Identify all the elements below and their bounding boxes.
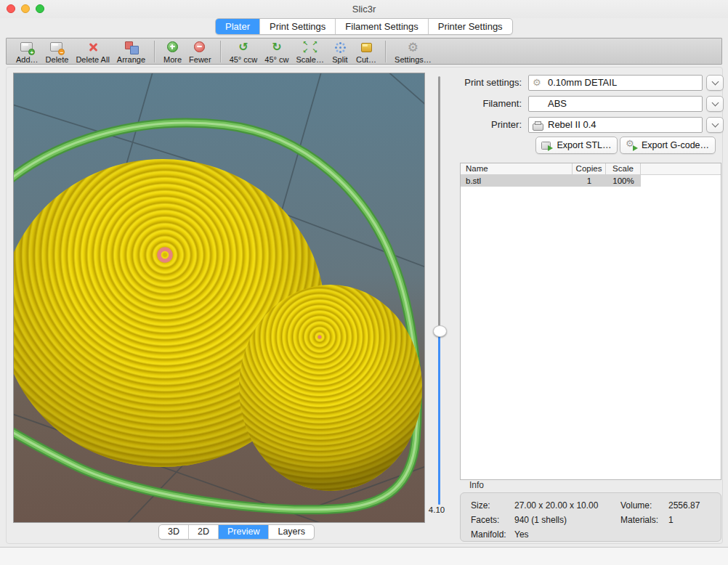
printer-label: Printer: [456, 117, 522, 133]
rotate-cw-button[interactable]: ↻ 45° cw [264, 39, 288, 64]
column-header-copies[interactable]: Copies [573, 163, 606, 174]
split-button[interactable]: Split [331, 39, 349, 64]
arrange-icon [122, 40, 139, 55]
print-settings-dropdown-button[interactable] [706, 75, 724, 91]
view-tab-preview[interactable]: Preview [219, 525, 269, 539]
print-settings-label: Print settings: [456, 75, 522, 91]
more-icon [164, 40, 182, 55]
print-settings-value: 0.10mm DETAIL [548, 77, 617, 88]
tab-filament-settings[interactable]: Filament Settings [336, 19, 428, 34]
main-tabs: Plater Print Settings Filament Settings … [215, 18, 513, 35]
settings-button[interactable]: ⚙ Settings… [395, 39, 432, 64]
manifold-value: Yes [514, 527, 620, 542]
filament-value: ABS [548, 98, 567, 109]
traffic-lights [7, 4, 44, 13]
split-icon [331, 40, 349, 55]
window-title: Slic3r [0, 0, 728, 18]
add-button[interactable]: + Add… [16, 39, 39, 64]
tab-printer-settings[interactable]: Printer Settings [429, 19, 512, 34]
volume-value: 2556.87 [668, 498, 721, 513]
volume-label: Volume: [620, 498, 668, 513]
sliced-sphere-small [239, 285, 422, 491]
more-copies-button[interactable]: More [163, 39, 182, 64]
chevron-down-icon [711, 121, 719, 128]
rotate-ccw-button[interactable]: ↺ 45° ccw [230, 39, 258, 64]
seam-dot [318, 335, 321, 338]
row-empty [641, 175, 721, 187]
delete-button[interactable]: − Delete [46, 39, 69, 64]
materials-label: Materials: [620, 513, 668, 527]
title-bar: Slic3r [0, 0, 728, 18]
size-label: Size: [471, 498, 514, 513]
export-stl-button[interactable]: Export STL… [535, 137, 618, 154]
delete-object-icon: − [48, 40, 65, 55]
arrange-button[interactable]: Arrange [117, 39, 145, 64]
table-header: Name Copies Scale [461, 163, 721, 175]
column-header-empty [641, 163, 721, 174]
add-object-icon: + [18, 40, 36, 55]
facets-label: Facets: [471, 513, 514, 527]
minimize-button[interactable] [21, 4, 30, 13]
cut-icon [357, 40, 375, 55]
filament-dropdown-button[interactable] [706, 96, 724, 112]
chevron-down-icon [711, 99, 719, 107]
export-gcode-button[interactable]: ⚙ Export G-code… [620, 137, 716, 154]
settings-gear-icon: ⚙ [404, 40, 421, 55]
plate-3d-preview[interactable] [13, 73, 425, 523]
close-button[interactable] [7, 4, 15, 13]
view-mode-tabs: 3D 2D Preview Layers [158, 524, 315, 540]
filament-row: Filament: ABS [456, 96, 724, 112]
toolbar: + Add… − Delete Delete All Arrange More … [6, 38, 722, 65]
view-tab-2d[interactable]: 2D [189, 525, 219, 539]
print-settings-select[interactable]: ⚙ 0.10mm DETAIL [528, 75, 703, 91]
object-list-table[interactable]: Name Copies Scale b.stl 1 100% [460, 163, 721, 480]
scale-icon: ↖↗ ↙↘ [302, 40, 319, 55]
slider-track-lower[interactable] [438, 332, 440, 505]
status-bar [0, 548, 728, 565]
info-line-2: Facets: 940 (1 shells) Materials: 1 [471, 513, 721, 527]
slider-track-upper[interactable] [438, 76, 440, 332]
column-header-scale[interactable]: Scale [606, 163, 641, 174]
tab-plater[interactable]: Plater [216, 19, 260, 34]
view-tab-layers[interactable]: Layers [269, 525, 314, 539]
info-line-3: Manifold: Yes [471, 527, 721, 542]
zoom-button[interactable] [36, 4, 44, 13]
table-row[interactable]: b.stl 1 100% [461, 175, 721, 187]
scale-button[interactable]: ↖↗ ↙↘ Scale… [296, 39, 324, 64]
size-value: 27.00 x 20.00 x 10.00 [514, 498, 620, 513]
chevron-down-icon [711, 78, 719, 86]
printer-select[interactable]: Rebel II 0.4 [528, 117, 703, 133]
info-panel: Size: 27.00 x 20.00 x 10.00 Volume: 2556… [460, 492, 721, 542]
main-tab-strip: Plater Print Settings Filament Settings … [0, 17, 728, 37]
printer-icon [533, 123, 543, 131]
slic3r-window: { "window": { "title": "Slic3r" }, "main… [0, 0, 728, 565]
layer-slider[interactable] [432, 73, 446, 508]
view-tab-3d[interactable]: 3D [159, 525, 189, 539]
fewer-icon [191, 40, 209, 55]
facets-value: 940 (1 shells) [514, 513, 620, 527]
printer-dropdown-button[interactable] [706, 117, 724, 133]
layer-slider-value: 4.10 [424, 505, 449, 514]
column-header-name[interactable]: Name [461, 163, 573, 174]
delete-all-icon [84, 40, 102, 55]
delete-all-button[interactable]: Delete All [76, 39, 109, 64]
toolbar-separator [154, 41, 155, 62]
info-panel-title: Info [469, 480, 484, 490]
fewer-copies-button[interactable]: Fewer [189, 39, 211, 64]
preview-scene [14, 73, 424, 522]
manifold-label: Manifold: [471, 527, 514, 542]
info-line-1: Size: 27.00 x 20.00 x 10.00 Volume: 2556… [471, 498, 721, 513]
row-copies: 1 [573, 175, 606, 187]
print-settings-row: Print settings: ⚙ 0.10mm DETAIL [456, 75, 724, 91]
printer-row: Printer: Rebel II 0.4 [456, 117, 724, 133]
materials-value: 1 [668, 513, 721, 527]
slider-thumb[interactable] [433, 325, 447, 337]
rotate-ccw-icon: ↺ [235, 40, 252, 55]
toolbar-separator [220, 41, 221, 62]
filament-select[interactable]: ABS [528, 96, 703, 112]
tab-print-settings[interactable]: Print Settings [260, 19, 336, 34]
toolbar-separator [385, 41, 386, 62]
row-name: b.stl [461, 175, 573, 187]
cut-button[interactable]: Cut… [356, 39, 376, 64]
export-gcode-icon: ⚙ [626, 140, 638, 151]
